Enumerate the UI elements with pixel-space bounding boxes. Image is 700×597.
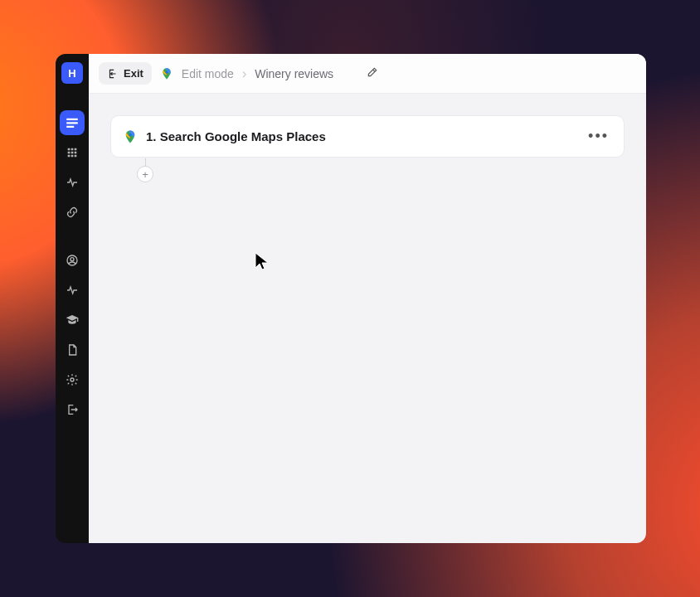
step-card[interactable]: 1. Search Google Maps Places ••• bbox=[110, 115, 625, 158]
add-step-label: + bbox=[142, 168, 148, 181]
mouse-cursor bbox=[252, 251, 277, 276]
svg-point-2 bbox=[70, 378, 74, 381]
step-app-icon bbox=[123, 129, 138, 144]
graduation-cap-icon bbox=[66, 313, 79, 327]
step-title: 1. Search Google Maps Places bbox=[146, 129, 576, 143]
svg-point-4 bbox=[129, 133, 132, 136]
grid-icon bbox=[66, 146, 79, 159]
breadcrumb-app-icon bbox=[160, 67, 173, 80]
breadcrumb-mode: Edit mode bbox=[182, 67, 234, 80]
user-icon bbox=[66, 254, 79, 267]
document-icon bbox=[66, 343, 79, 357]
activity-icon bbox=[66, 284, 79, 297]
workflow-icon bbox=[65, 115, 80, 130]
sidebar-item-docs[interactable] bbox=[60, 337, 85, 362]
exit-button[interactable]: Exit bbox=[99, 62, 152, 85]
breadcrumb-title[interactable]: Winery reviews bbox=[255, 67, 333, 80]
sidebar-item-settings[interactable] bbox=[60, 367, 85, 392]
workflow-canvas: 1. Search Google Maps Places ••• + bbox=[89, 94, 646, 543]
exit-icon bbox=[107, 68, 119, 80]
main-panel: Exit Edit mode › Winery reviews bbox=[89, 54, 646, 543]
app-logo-letter: H bbox=[68, 67, 75, 80]
step-title-text: Search Google Maps Places bbox=[160, 129, 326, 143]
sidebar-item-activity[interactable] bbox=[60, 278, 85, 303]
step-index: 1. bbox=[146, 129, 157, 143]
pencil-icon bbox=[367, 66, 378, 78]
topbar: Exit Edit mode › Winery reviews bbox=[89, 54, 646, 94]
sidebar-item-learn[interactable] bbox=[60, 308, 85, 332]
sidebar-item-apps[interactable] bbox=[60, 140, 85, 165]
svg-point-3 bbox=[165, 70, 168, 73]
google-maps-icon bbox=[123, 129, 138, 144]
rename-button[interactable] bbox=[367, 66, 378, 81]
add-step-button[interactable]: + bbox=[137, 166, 153, 182]
pulse-icon bbox=[66, 176, 79, 189]
breadcrumb-separator: › bbox=[242, 66, 246, 81]
sidebar-item-stats[interactable] bbox=[60, 170, 85, 195]
gear-icon bbox=[66, 373, 79, 386]
logout-icon bbox=[66, 403, 79, 416]
sidebar-item-account[interactable] bbox=[60, 248, 85, 273]
sidebar-item-logout[interactable] bbox=[60, 397, 85, 422]
exit-button-label: Exit bbox=[124, 67, 143, 80]
sidebar-item-connections[interactable] bbox=[60, 200, 85, 225]
google-maps-icon bbox=[160, 67, 173, 80]
svg-point-1 bbox=[70, 258, 74, 261]
sidebar: H bbox=[56, 54, 89, 543]
step-rail: + bbox=[137, 158, 153, 182]
step-actions-button[interactable]: ••• bbox=[585, 126, 612, 147]
app-logo[interactable]: H bbox=[61, 62, 83, 84]
link-icon bbox=[66, 206, 79, 219]
sidebar-item-workflows[interactable] bbox=[60, 110, 85, 135]
